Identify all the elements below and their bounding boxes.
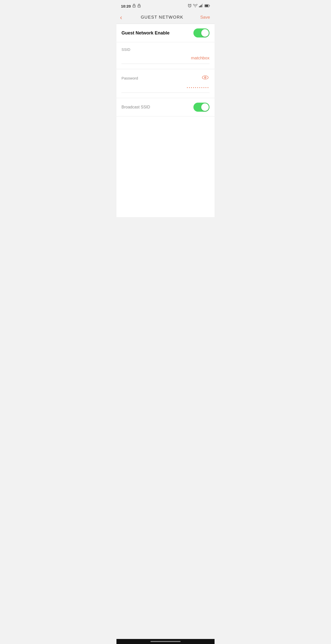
guest-network-label: Guest Network Enable xyxy=(121,30,170,36)
status-bar: 10:20 xyxy=(116,0,215,11)
signal-icon xyxy=(199,4,203,8)
content-area: Guest Network Enable SSID Password xyxy=(116,24,215,217)
broadcast-ssid-toggle-thumb xyxy=(201,103,209,111)
lock1-icon xyxy=(132,4,136,9)
alarm-icon xyxy=(188,4,192,9)
svg-rect-10 xyxy=(205,5,208,7)
broadcast-ssid-row: Broadcast SSID xyxy=(116,98,215,116)
svg-point-13 xyxy=(205,77,206,78)
lock2-icon xyxy=(137,4,141,9)
back-button[interactable]: ‹ xyxy=(120,13,124,22)
bottom-bar xyxy=(116,639,215,644)
password-section: Password xyxy=(116,69,215,98)
home-indicator xyxy=(150,641,181,642)
ssid-label: SSID xyxy=(121,47,130,52)
password-label: Password xyxy=(121,76,138,80)
ssid-input[interactable] xyxy=(121,54,210,64)
password-input[interactable] xyxy=(121,84,210,93)
status-left: 10:20 xyxy=(121,4,141,9)
svg-rect-8 xyxy=(202,4,203,7)
save-button[interactable]: Save xyxy=(200,15,210,20)
svg-rect-5 xyxy=(199,6,200,7)
empty-content-area xyxy=(116,116,215,217)
password-visibility-toggle[interactable] xyxy=(201,74,210,82)
battery-icon xyxy=(204,4,210,8)
svg-rect-7 xyxy=(201,5,202,7)
svg-point-1 xyxy=(134,6,134,7)
nav-bar: ‹ GUEST NETWORK Save xyxy=(116,11,215,24)
page-title: GUEST NETWORK xyxy=(124,15,200,20)
broadcast-ssid-label: Broadcast SSID xyxy=(121,105,150,109)
broadcast-ssid-toggle[interactable] xyxy=(193,103,210,112)
status-right xyxy=(188,4,210,9)
svg-point-3 xyxy=(139,6,139,7)
guest-network-toggle-thumb xyxy=(201,29,209,37)
svg-rect-6 xyxy=(200,6,201,7)
ssid-section: SSID xyxy=(116,42,215,69)
wifi-icon xyxy=(193,4,197,8)
guest-network-toggle[interactable] xyxy=(193,28,210,37)
guest-network-enable-row: Guest Network Enable xyxy=(116,24,215,42)
password-label-row: Password xyxy=(121,74,210,82)
status-time: 10:20 xyxy=(121,4,131,8)
ssid-label-row: SSID xyxy=(121,47,210,52)
